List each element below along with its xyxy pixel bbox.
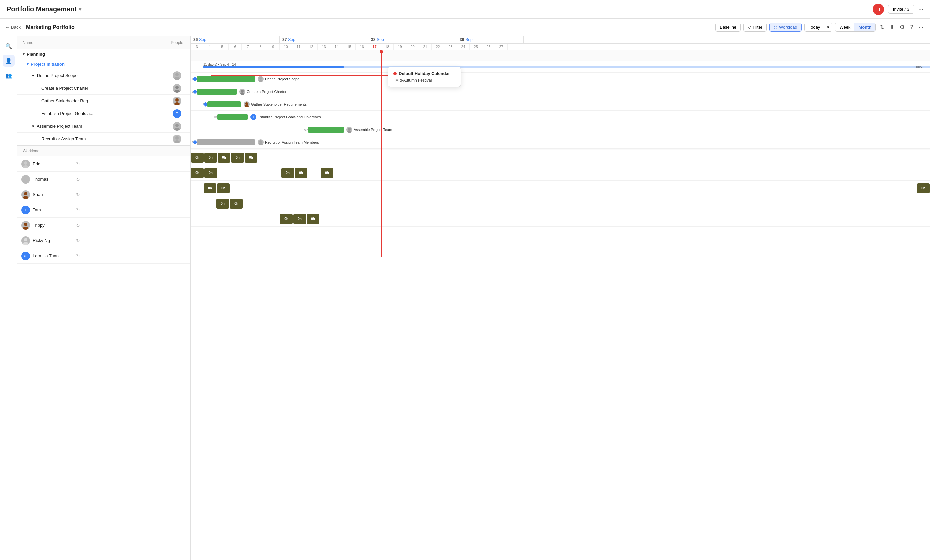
trippy-sync-icon[interactable]: ↻ bbox=[76, 222, 80, 228]
shan-cell-3[interactable]: 0h bbox=[917, 183, 930, 193]
filter-button[interactable]: ▽ Filter bbox=[743, 23, 767, 32]
gantt-label-establish-goals: T Establish Project Goals and Objectives bbox=[250, 114, 321, 120]
svg-point-8 bbox=[176, 137, 179, 140]
summary-bar bbox=[203, 66, 343, 68]
planning-chevron-icon: ▾ bbox=[23, 52, 25, 56]
gantt-gather-stakeholder-row: 0% Gather Stakeholder Requirements bbox=[191, 98, 930, 110]
task-name-establish-goals[interactable]: Establish Project Goals a... bbox=[17, 109, 164, 118]
shan-sync-icon[interactable]: ↻ bbox=[76, 192, 80, 197]
shan-cell-2[interactable]: 0h bbox=[217, 183, 230, 193]
workload-row-lam: LH Lam Ha Tuan ↻ bbox=[17, 249, 191, 264]
thomas-cell-2[interactable]: 0h bbox=[205, 168, 217, 178]
red-arrow-annotation bbox=[208, 71, 401, 82]
section-planning[interactable]: ▾ Planning bbox=[17, 49, 191, 59]
avatar-ricky bbox=[22, 236, 30, 245]
bar-create-charter[interactable] bbox=[197, 89, 237, 95]
thomas-sync-icon[interactable]: ↻ bbox=[76, 176, 80, 182]
person-shan: Shan ↻ bbox=[17, 188, 84, 202]
task-name-create-charter[interactable]: Create a Project Charter bbox=[17, 83, 164, 93]
task-row-establish-goals: Establish Project Goals a... T bbox=[17, 107, 191, 120]
gantt-label-assemble-team: Assemble Project Team bbox=[346, 127, 392, 133]
define-scope-chevron-icon: ▾ bbox=[32, 73, 34, 78]
week-button[interactable]: Week bbox=[835, 23, 854, 31]
bar-assemble-team[interactable] bbox=[308, 127, 344, 133]
calendar-weeks-row: 36 Sep 37 Sep 38 Sep 39 Sep bbox=[191, 36, 930, 44]
download-icon[interactable]: ⬇ bbox=[888, 22, 896, 32]
svg-point-18 bbox=[24, 238, 27, 241]
svg-point-27 bbox=[245, 105, 248, 107]
workload-grid-shan: 0h 0h 0h bbox=[191, 181, 930, 196]
gantt-label-recruit-assign: Recruit or Assign Team Members bbox=[257, 139, 319, 145]
tam-cell-2[interactable]: 0h bbox=[230, 199, 243, 209]
bar-gather-stakeholder[interactable] bbox=[208, 101, 241, 107]
app-title-chevron-icon[interactable]: ▾ bbox=[79, 6, 82, 12]
group-project-initiation[interactable]: ▾ Project Initiation bbox=[17, 59, 191, 69]
settings-icon[interactable]: ⚙ bbox=[898, 22, 906, 32]
workload-row-eric: Eric ↻ bbox=[17, 156, 191, 172]
avatar-lam: LH bbox=[22, 252, 30, 260]
page-title: Marketing Portfolio bbox=[26, 25, 75, 30]
shan-cell-1[interactable]: 0h bbox=[204, 183, 217, 193]
workload-row-tam: T Tam ↻ bbox=[17, 203, 191, 218]
group-icon-button[interactable]: 👥 bbox=[3, 69, 15, 81]
trippy-cell-2[interactable]: 0h bbox=[293, 214, 306, 224]
tam-sync-icon[interactable]: ↻ bbox=[76, 207, 80, 213]
workload-section-header: Workload bbox=[17, 145, 191, 156]
day-5: 5 bbox=[216, 44, 229, 50]
filter-label: Filter bbox=[753, 25, 762, 30]
eric-cell-5[interactable]: 0h bbox=[245, 153, 257, 163]
task-name-gather-stakeholder[interactable]: Gather Stakeholder Req... bbox=[17, 96, 164, 106]
today-button[interactable]: Today bbox=[805, 23, 824, 31]
toolbar-more-icon[interactable]: ··· bbox=[917, 23, 925, 32]
thomas-cell-3[interactable]: 0h bbox=[281, 168, 294, 178]
baseline-button[interactable]: Baseline bbox=[715, 23, 741, 32]
task-row-recruit-assign: Recruit or Assign Team ... bbox=[17, 133, 191, 145]
task-name-assemble-team[interactable]: ▾ Assemble Project Team bbox=[17, 121, 164, 131]
day-3: 3 bbox=[191, 44, 203, 50]
project-initiation-chevron-icon: ▾ bbox=[27, 62, 29, 66]
thomas-name: Thomas bbox=[33, 176, 48, 182]
svg-point-30 bbox=[259, 140, 262, 143]
trippy-name: Trippy bbox=[33, 222, 45, 228]
back-arrow-icon: ← bbox=[5, 25, 10, 30]
eric-cell-1[interactable]: 0h bbox=[191, 153, 204, 163]
thomas-cell-1[interactable]: 0h bbox=[191, 168, 204, 178]
workload-button[interactable]: ◎ Workload bbox=[769, 23, 802, 32]
trippy-cell-3[interactable]: 0h bbox=[306, 214, 319, 224]
day-20: 20 bbox=[406, 44, 419, 50]
eric-cell-3[interactable]: 0h bbox=[218, 153, 231, 163]
gantt-establish-goals-row: 0% T Establish Project Goals and Objecti… bbox=[191, 110, 930, 123]
task-name-define-scope[interactable]: ▾ Define Project Scope bbox=[17, 71, 164, 80]
sort-icon[interactable]: ⇅ bbox=[878, 22, 885, 32]
trippy-cell-1[interactable]: 0h bbox=[280, 214, 293, 224]
week-36: 36 Sep bbox=[191, 36, 280, 43]
workload-grid-eric: 0h 0h 0h 0h 0h bbox=[191, 150, 930, 165]
lam-sync-icon[interactable]: ↻ bbox=[76, 253, 80, 259]
back-button[interactable]: ← Back bbox=[5, 25, 21, 30]
thomas-cell-5[interactable]: 0h bbox=[320, 168, 333, 178]
help-icon[interactable]: ? bbox=[908, 23, 914, 32]
svg-point-9 bbox=[174, 140, 180, 143]
person-icon-button[interactable]: 👤 bbox=[3, 55, 15, 67]
gantt-inner: 36 Sep 37 Sep 38 Sep 39 Sep bbox=[191, 36, 930, 257]
today-dropdown-button[interactable]: ▾ bbox=[824, 23, 832, 31]
task-people-establish-goals: T bbox=[164, 109, 191, 118]
eric-cell-4[interactable]: 0h bbox=[231, 153, 244, 163]
task-name-recruit-assign[interactable]: Recruit or Assign Team ... bbox=[17, 134, 164, 144]
eric-sync-icon[interactable]: ↻ bbox=[76, 161, 80, 167]
main-content: 🔍 👤 👥 Name People ▾ Planning ▾ Project I… bbox=[0, 36, 930, 560]
bar-recruit-assign[interactable] bbox=[197, 139, 255, 145]
name-column-header: Name bbox=[17, 38, 164, 48]
day-7: 7 bbox=[242, 44, 254, 50]
thomas-cell-4[interactable]: 0h bbox=[294, 168, 307, 178]
eric-cell-2[interactable]: 0h bbox=[205, 153, 217, 163]
month-button[interactable]: Month bbox=[854, 23, 875, 31]
tam-cell-1[interactable]: 0h bbox=[217, 199, 229, 209]
bar-establish-goals[interactable] bbox=[217, 114, 248, 120]
ricky-sync-icon[interactable]: ↻ bbox=[76, 238, 80, 243]
app-more-icon[interactable]: ··· bbox=[918, 6, 923, 13]
invite-button[interactable]: Invite / 3 bbox=[888, 5, 914, 14]
search-icon-button[interactable]: 🔍 bbox=[3, 40, 15, 52]
day-11: 11 bbox=[292, 44, 305, 50]
svg-point-7 bbox=[174, 128, 180, 130]
